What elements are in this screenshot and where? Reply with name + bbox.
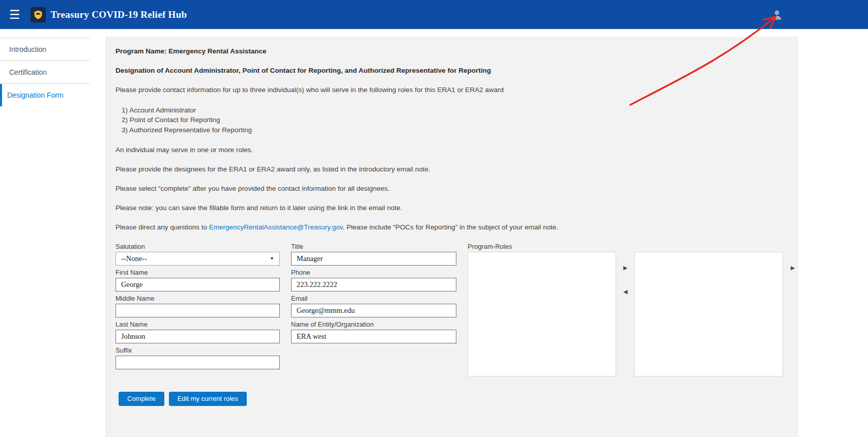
questions-suffix: . Please include “POCs for Reporting” in… xyxy=(342,223,558,231)
role-list-item: 2) Point of Contact for Reporting xyxy=(122,115,798,125)
salutation-label: Salutation xyxy=(115,243,280,250)
questions-text: Please direct any questions to Emergency… xyxy=(115,223,798,231)
middle-name-input[interactable] xyxy=(115,304,280,317)
first-name-label: First Name xyxy=(115,269,280,276)
treasury-logo-icon xyxy=(31,7,46,22)
form-actions: Complete Edit my current roles xyxy=(119,392,798,406)
sidebar-nav: Introduction Certification Designation F… xyxy=(0,29,105,437)
entity-input[interactable] xyxy=(291,330,456,343)
entity-label: Name of Entity/Organization xyxy=(291,321,456,328)
intro-text: Please provide contact information for u… xyxy=(115,86,798,94)
program-roles-available-listbox[interactable] xyxy=(468,252,616,376)
app-title: Treasury COVID-19 Relief Hub xyxy=(51,9,187,20)
suffix-input[interactable] xyxy=(115,356,280,369)
designees-text: Please provide the designees for the ERA… xyxy=(115,165,798,173)
sidebar-item-designation-form[interactable]: Designation Form xyxy=(0,84,105,106)
move-left-icon[interactable]: ◀ xyxy=(623,289,627,295)
program-name-text: Program Name: Emergency Rental Assistanc… xyxy=(115,47,798,55)
email-input[interactable] xyxy=(291,304,456,317)
menu-icon[interactable]: ☰ xyxy=(9,9,20,21)
program-roles-duallist: ▶ ◀ ▶ xyxy=(468,252,798,376)
edit-roles-button[interactable]: Edit my current roles xyxy=(169,392,247,406)
sidebar-item-label: Certification xyxy=(9,68,47,76)
app-header: ☰ Treasury COVID-19 Relief Hub xyxy=(0,0,868,29)
user-profile-icon[interactable] xyxy=(771,9,783,20)
middle-name-label: Middle Name xyxy=(115,295,280,302)
form-column-middle: Title Phone Email Name of Entity/Organiz… xyxy=(291,243,456,380)
first-name-input[interactable] xyxy=(115,278,280,292)
role-list: 1) Account Administrator 2) Point of Con… xyxy=(115,105,798,135)
suffix-label: Suffix xyxy=(115,346,280,354)
duallist-arrows: ▶ ◀ xyxy=(616,252,634,295)
salutation-selected-value: --None-- xyxy=(121,254,147,263)
form-column-left: Salutation --None-- ▼ First Name Middle … xyxy=(115,243,280,380)
phone-input[interactable] xyxy=(291,278,456,292)
contact-form: Salutation --None-- ▼ First Name Middle … xyxy=(115,243,798,380)
email-link[interactable]: EmergencyRentalAssistance@Treasury.gov xyxy=(209,223,343,231)
email-label: Email xyxy=(291,295,456,302)
move-right-icon[interactable]: ▶ xyxy=(623,265,627,271)
salutation-select[interactable]: --None-- ▼ xyxy=(115,252,280,266)
questions-prefix: Please direct any questions to xyxy=(115,223,209,231)
last-name-label: Last Name xyxy=(115,321,280,328)
sidebar-item-introduction[interactable]: Introduction xyxy=(0,38,105,61)
role-list-item: 3) Authorized Representative for Reporti… xyxy=(122,125,798,135)
phone-label: Phone xyxy=(291,269,456,276)
sidebar-item-label: Introduction xyxy=(9,45,46,53)
form-column-right: Program-Roles ▶ ◀ ▶ xyxy=(468,243,798,380)
sidebar-item-certification[interactable]: Certification xyxy=(0,61,105,83)
move-right-icon-secondary[interactable]: ▶ xyxy=(791,265,795,271)
last-name-input[interactable] xyxy=(115,330,280,343)
designation-heading: Designation of Account Administrator, Po… xyxy=(115,67,798,75)
role-list-item: 1) Account Administrator xyxy=(122,105,798,115)
dropdown-caret-icon: ▼ xyxy=(270,256,274,261)
duallist-arrows-secondary: ▶ xyxy=(783,252,798,271)
complete-button[interactable]: Complete xyxy=(119,392,164,406)
designation-form-panel: Program Name: Emergency Rental Assistanc… xyxy=(106,37,798,437)
program-roles-label: Program-Roles xyxy=(468,243,798,250)
save-form-text: Please note: you can save the fillable f… xyxy=(115,204,798,212)
title-label: Title xyxy=(291,243,456,250)
select-complete-text: Please select “complete” after you have … xyxy=(115,185,798,193)
one-or-more-roles-text: An individual may serve in one or more r… xyxy=(115,146,798,154)
title-input[interactable] xyxy=(291,252,456,266)
program-roles-selected-listbox[interactable] xyxy=(634,252,783,376)
sidebar-item-label: Designation Form xyxy=(7,91,64,99)
